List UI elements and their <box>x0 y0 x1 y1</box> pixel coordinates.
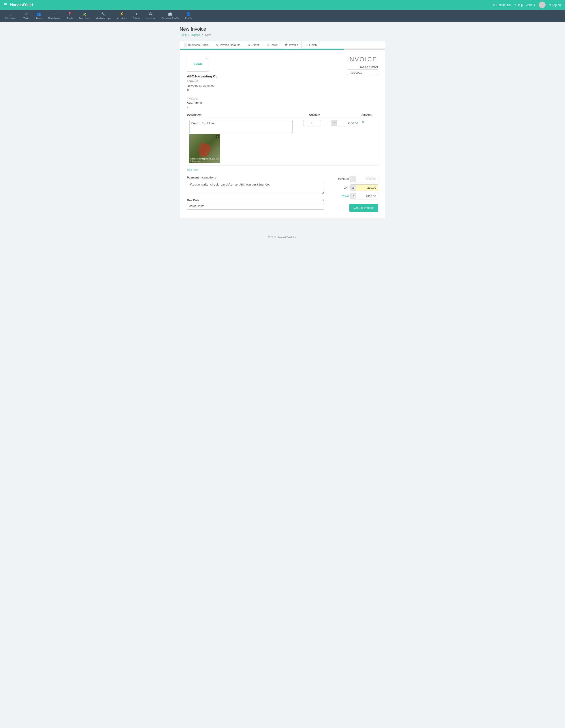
machines-icon: 🚜 <box>82 12 86 16</box>
help-link[interactable]: ? Help <box>514 3 523 7</box>
amount-input[interactable] <box>338 120 360 126</box>
sec-nav: ⊞ Dashboard ☑ Tasks 👥 Team ⏱ Timesheets … <box>0 10 565 22</box>
amount-row: £ <box>332 120 360 126</box>
page-title: New Invoice <box>180 26 385 32</box>
add-item-link[interactable]: Add Item <box>187 168 198 171</box>
sidebar-item-label: Dashboard <box>5 17 17 20</box>
sidebar-item-invoices[interactable]: 🏛 Invoices <box>143 10 158 22</box>
sidebar-item-timesheets[interactable]: ⏱ Timesheets <box>45 10 63 22</box>
quantity-row <box>295 120 330 126</box>
description-input[interactable]: Combi Drilling <box>189 120 293 133</box>
invoice-body: × LOGO ABC Harvesting Co Farm Rd New Abb… <box>180 50 385 218</box>
breadcrumb-home[interactable]: Home <box>180 33 187 36</box>
total-currency: £ <box>351 193 356 199</box>
top-nav: ☰ HarvestYield ✉ Contact Us ? Help John … <box>0 0 565 10</box>
tab-client-icon: ★ <box>248 43 250 47</box>
payment-instructions-input[interactable]: Please make check payable to ABC Harvest… <box>187 181 324 194</box>
sidebar-item-profile[interactable]: 👤 Profile <box>182 10 195 22</box>
item-map: × Google Getmapping plc, Landsat / Coper… <box>189 134 220 163</box>
logo-box[interactable]: × LOGO <box>187 56 209 72</box>
line-items-header: Description Quantity Amount <box>187 113 378 118</box>
payment-section: Payment Instructions Please make check p… <box>187 176 324 195</box>
invoice-number-input[interactable] <box>347 69 378 76</box>
footer-text: 2017 © HarvestYield, Inc. <box>267 236 298 239</box>
business-address: Farm Rd New Abbey, Dumfries P: <box>187 79 217 93</box>
sidebar-item-activities[interactable]: ⚡ Activities <box>114 10 129 22</box>
sidebar-item-dashboard[interactable]: ⊞ Dashboard <box>2 10 20 22</box>
line-items: Description Quantity Amount Combi Drilli… <box>187 113 378 165</box>
team-icon: 👥 <box>36 12 41 16</box>
user-menu[interactable]: John ▾ <box>526 3 535 7</box>
sidebar-item-label: Tasks <box>23 17 30 20</box>
footer: 2017 © HarvestYield, Inc. <box>0 231 565 243</box>
page-content: New Invoice Home / Invoices / New 📄 Busi… <box>174 22 391 223</box>
sidebar-item-label: Activities <box>117 17 126 20</box>
sidebar-item-machines[interactable]: 🚜 Machines <box>76 10 93 22</box>
sidebar-item-label: Fields <box>66 17 73 20</box>
subtotal-row: Subtotal £ <box>330 176 378 182</box>
vat-value[interactable] <box>356 184 378 191</box>
tab-invoice-defaults-icon: ⚙ <box>216 43 219 47</box>
sidebar-item-label: Clients <box>133 17 140 20</box>
create-invoice-button[interactable]: Create Invoice <box>350 204 378 212</box>
map-image: × Google Getmapping plc, Landsat / Coper… <box>189 134 220 163</box>
due-date-label: Due Date × <box>187 198 324 202</box>
activities-icon: ⚡ <box>120 12 124 16</box>
invoice-header: × LOGO ABC Harvesting Co Farm Rd New Abb… <box>187 56 378 108</box>
invoice-title: INVOICE <box>347 56 378 63</box>
breadcrumb-new: New <box>205 33 210 36</box>
total-label: Total <box>336 195 349 198</box>
map-close-icon[interactable]: × <box>216 135 219 138</box>
sidebar-item-label: Machine Logs <box>96 17 111 20</box>
breadcrumb-invoices[interactable]: Invoices <box>191 33 200 36</box>
business-name: ABC Harvesting Co <box>187 74 217 78</box>
sidebar-item-fields[interactable]: 📍 Fields <box>63 10 76 22</box>
help-icon: ? <box>514 3 516 7</box>
due-date-clear-icon[interactable]: × <box>323 198 324 202</box>
sidebar-item-tasks[interactable]: ☑ Tasks <box>20 10 33 22</box>
invoices-icon: 🏛 <box>149 12 152 16</box>
tab-business-profile[interactable]: 📄 Business Profile <box>180 41 212 49</box>
subtotal-value <box>356 176 378 182</box>
sidebar-item-label: Business Profile <box>161 17 179 20</box>
tasks-icon: ☑ <box>25 12 28 16</box>
currency-symbol: £ <box>332 120 337 126</box>
top-nav-left: ☰ HarvestYield <box>4 2 33 7</box>
tab-content: × LOGO ABC Harvesting Co Farm Rd New Abb… <box>180 49 385 218</box>
sidebar-item-machine-logs[interactable]: 🔧 Machine Logs <box>93 10 114 22</box>
total-value <box>356 193 378 199</box>
tab-client[interactable]: ★ Client <box>244 41 262 49</box>
logo-close-icon[interactable]: × <box>206 57 207 60</box>
due-date-section: Due Date × <box>187 198 324 210</box>
map-red-area <box>199 143 211 157</box>
business-profile-icon: 🏢 <box>168 12 172 16</box>
due-date-input[interactable] <box>187 203 324 210</box>
sidebar-item-label: Timesheets <box>48 17 60 20</box>
tab-finish-icon: ✓ <box>306 43 308 47</box>
payment-and-due-date: Payment Instructions Please make check p… <box>187 176 324 212</box>
map-attribution: Google Getmapping plc, Landsat / Coperni… <box>190 158 220 162</box>
contact-us-link[interactable]: ✉ Contact Us <box>493 3 511 7</box>
invoice-to-extra: , <box>187 104 217 108</box>
total-row: Total £ <box>330 193 378 199</box>
timesheets-icon: ⏱ <box>52 12 56 16</box>
tabs: 📄 Business Profile ⚙ Invoice Defaults ★ … <box>180 41 385 49</box>
sidebar-item-label: Invoices <box>146 17 155 20</box>
tab-finish[interactable]: ✓ Finish <box>302 41 321 49</box>
tab-invoice[interactable]: 🏛 Invoice <box>281 41 302 49</box>
profile-icon: 👤 <box>186 12 191 16</box>
remove-item-button[interactable]: ✕ <box>362 120 365 124</box>
subtotal-input-group: £ <box>351 176 378 182</box>
vat-input-group: £ <box>351 184 378 191</box>
sidebar-item-business-profile[interactable]: 🏢 Business Profile <box>158 10 182 22</box>
sidebar-item-clients[interactable]: ★ Clients <box>130 10 143 22</box>
quantity-input[interactable] <box>303 120 321 126</box>
logout-link[interactable]: ⎋ Log out <box>549 3 561 7</box>
hamburger-icon[interactable]: ☰ <box>4 2 7 7</box>
sidebar-item-team[interactable]: 👥 Team <box>33 10 45 22</box>
tab-tasks[interactable]: ☑ Tasks <box>262 41 281 49</box>
sidebar-item-label: Profile <box>185 17 192 20</box>
tab-invoice-defaults[interactable]: ⚙ Invoice Defaults <box>212 41 244 49</box>
breadcrumb: Home / Invoices / New <box>180 33 385 36</box>
invoice-to-name: ABC Farms <box>187 101 217 104</box>
